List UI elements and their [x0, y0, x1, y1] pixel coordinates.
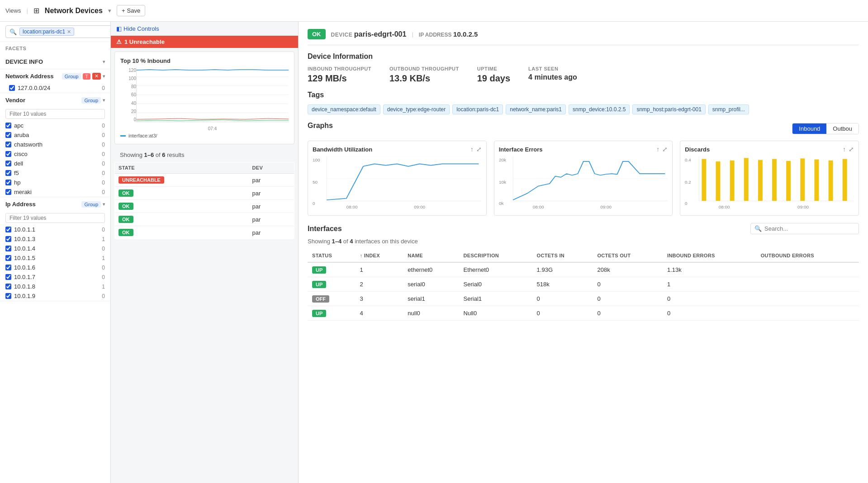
interface-errors-share-button[interactable]: ↑: [656, 146, 659, 153]
ip-count: 0: [96, 227, 105, 233]
vendor-filter-input[interactable]: [5, 109, 105, 119]
outbound-errors-label: OUTBOUND ERRORS: [761, 253, 814, 258]
unreachable-banner[interactable]: ⚠ 1 Unreachable: [111, 36, 298, 48]
ip-address-toggle[interactable]: Ip Address Group ▾: [0, 197, 110, 211]
interface-errors-expand-button[interactable]: ⤢: [662, 146, 668, 153]
network-addr-checkbox[interactable]: [9, 85, 15, 91]
iface-outbound-errors: [756, 292, 859, 306]
ip-checkbox[interactable]: [5, 255, 11, 261]
ip-checkbox[interactable]: [5, 236, 11, 242]
tag[interactable]: network_name:paris1: [506, 104, 566, 114]
state-badge[interactable]: OK: [119, 216, 133, 223]
remove-filter-icon[interactable]: ✕: [67, 29, 71, 35]
ip-value: 10.0.1.6: [14, 264, 93, 271]
interface-errors-svg: 20k 10k 0k 08:00 09:00: [499, 156, 668, 211]
interface-errors-graph-card: Interface Errors ↑ ⤢ 20k 10k 0k: [494, 141, 673, 216]
ip-checkbox[interactable]: [5, 265, 11, 270]
results-range: 1–6: [144, 152, 154, 158]
save-button[interactable]: + Save: [117, 5, 145, 16]
ip-checkbox[interactable]: [5, 293, 11, 299]
ip-checkbox[interactable]: [5, 284, 11, 289]
inbound-throughput-label: INBOUND THROUGHPUT: [308, 66, 371, 71]
title-caret-icon[interactable]: ▾: [108, 7, 111, 14]
vendor-item: chatsworth0: [0, 140, 110, 149]
ip-group: IP ADDRESS 10.0.2.5: [419, 30, 478, 38]
tag[interactable]: device_type:edge-router: [383, 104, 450, 114]
state-badge[interactable]: UNREACHABLE: [119, 176, 164, 184]
network-address-group-button[interactable]: Group: [62, 73, 81, 80]
table-row[interactable]: OFF 3 serial1 Serial1 0 0 0: [308, 292, 859, 306]
ip-address-group-button[interactable]: Group: [81, 201, 101, 208]
interfaces-search-wrap: 🔍: [750, 223, 859, 234]
vendor-item: dell0: [0, 159, 110, 168]
views-button[interactable]: Views: [5, 7, 21, 14]
tag[interactable]: device_namespace:default: [308, 104, 380, 114]
octets-out-label: OCTETS OUT: [597, 253, 631, 258]
chevron-icon: ▾: [103, 74, 105, 79]
device-label: DEVICE: [331, 32, 353, 38]
table-row[interactable]: OKpar: [115, 200, 294, 213]
vendor-items: apc0aruba0chatsworth0cisco0dell0f50hp0me…: [0, 121, 110, 197]
interfaces-search-input[interactable]: [764, 225, 855, 232]
device-info-title: Device Information: [308, 52, 859, 61]
outbound-toggle-button[interactable]: Outbou: [826, 123, 859, 134]
discards-share-button[interactable]: ↑: [843, 146, 846, 153]
vendor-value: dell: [14, 160, 93, 167]
state-badge[interactable]: OK: [119, 189, 133, 197]
ip-address-filter-input[interactable]: [5, 213, 105, 223]
state-badge[interactable]: OK: [119, 203, 133, 210]
vendor-group-button[interactable]: Group: [81, 97, 101, 104]
vendor-toggle[interactable]: Vendor Group ▾: [0, 93, 110, 107]
status-label: STATUS: [312, 253, 332, 258]
iface-description: Serial0: [459, 277, 532, 292]
bandwidth-share-button[interactable]: ↑: [470, 146, 474, 153]
facets-heading: Facets: [0, 42, 110, 55]
tag[interactable]: location:paris-dc1: [452, 104, 503, 114]
table-row[interactable]: UP 1 ethernet0 Ethernet0 1.93G 208k 1.13…: [308, 262, 859, 277]
ip-value: 10.0.2.5: [453, 30, 478, 38]
vendor-checkbox[interactable]: [5, 170, 11, 176]
col-status: STATUS: [308, 249, 356, 262]
inbound-toggle-button[interactable]: Inbound: [792, 123, 826, 134]
ip-checkbox[interactable]: [5, 227, 11, 232]
interface-errors-graph-header: Interface Errors ↑ ⤢: [499, 146, 668, 153]
network-address-remove-button[interactable]: ✕: [92, 73, 101, 80]
table-row[interactable]: UP 2 serial0 Serial0 518k 0 1: [308, 277, 859, 292]
vendor-checkbox[interactable]: [5, 142, 11, 147]
vendor-checkbox[interactable]: [5, 151, 11, 157]
table-row[interactable]: OKpar: [115, 226, 294, 239]
tag[interactable]: snmp_device:10.0.2.5: [569, 104, 630, 114]
network-address-filter-button[interactable]: T: [83, 73, 90, 80]
device-info-toggle[interactable]: DEVICE INFO ▾: [0, 55, 110, 69]
hide-controls-button[interactable]: ◧ Hide Controls: [111, 22, 298, 36]
filter-tag[interactable]: location:paris-dc1 ✕: [19, 28, 74, 36]
table-row[interactable]: OKpar: [115, 187, 294, 200]
vendor-checkbox[interactable]: [5, 189, 11, 195]
table-row[interactable]: UNREACHABLEpar: [115, 174, 294, 187]
vendor-search: [0, 107, 110, 121]
table-row[interactable]: OKpar: [115, 213, 294, 226]
showing-text: Showing: [308, 238, 330, 245]
of-text: of: [343, 238, 348, 245]
tag[interactable]: snmp_profil...: [708, 104, 749, 114]
network-address-toggle[interactable]: Network Address Group T ✕ ▾: [0, 69, 110, 83]
separator: |: [26, 7, 28, 14]
results-suffix: results: [167, 152, 184, 158]
vendor-checkbox[interactable]: [5, 123, 11, 128]
row-state: OK: [115, 226, 249, 239]
vendor-checkbox[interactable]: [5, 180, 11, 185]
vendor-checkbox[interactable]: [5, 161, 11, 166]
ip-checkbox[interactable]: [5, 246, 11, 251]
discards-expand-button[interactable]: ⤢: [849, 146, 854, 153]
svg-rect-30: [730, 161, 735, 201]
tag[interactable]: snmp_host:paris-edgrt-001: [632, 104, 705, 114]
ip-value: 10.0.1.9: [14, 293, 93, 299]
bandwidth-expand-button[interactable]: ⤢: [476, 146, 482, 153]
ip-checkbox[interactable]: [5, 274, 11, 280]
tags-section: Tags device_namespace:defaultdevice_type…: [308, 91, 859, 114]
y-label: 0: [120, 117, 136, 122]
table-row[interactable]: UP 4 null0 Null0 0 0 0: [308, 306, 859, 321]
col-name: NAME: [403, 249, 459, 262]
state-badge[interactable]: OK: [119, 229, 133, 236]
vendor-checkbox[interactable]: [5, 132, 11, 138]
